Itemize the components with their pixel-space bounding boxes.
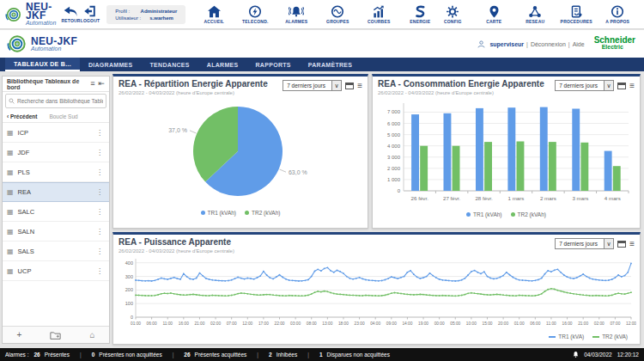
nav-courbes-button[interactable]: COURBES bbox=[362, 5, 395, 24]
spiral-logo-icon bbox=[5, 3, 22, 26]
nav-energie-button[interactable]: ENERGIE bbox=[404, 5, 436, 24]
map-pin-icon bbox=[489, 5, 500, 18]
sidebar-item-pls[interactable]: ▦ PLS ⋮ bbox=[3, 162, 109, 182]
panel-menu-icon[interactable]: ≡ bbox=[629, 82, 635, 90]
home-icon bbox=[207, 5, 222, 18]
sidebar-item-saln[interactable]: ▦ SALN ⋮ bbox=[3, 222, 109, 242]
period-select[interactable]: 7 derniers jours ∨ bbox=[555, 80, 614, 91]
kebab-menu-icon[interactable]: ⋮ bbox=[94, 228, 105, 236]
dashboard-grid-icon: ▦ bbox=[7, 129, 14, 137]
config-button[interactable]: CONFIG bbox=[436, 5, 469, 24]
back-button[interactable]: RETOUR bbox=[61, 6, 80, 23]
maximize-icon[interactable] bbox=[345, 83, 354, 89]
workspace: Bibliothèque Tableaux de bord ≡ ⇤ ‹ Préc… bbox=[0, 71, 644, 347]
svg-text:0: 0 bbox=[398, 188, 401, 193]
tab-rapports[interactable]: RAPPORTS bbox=[247, 58, 300, 71]
previous-link[interactable]: ‹ Précédent bbox=[7, 113, 37, 119]
kebab-menu-icon[interactable]: ⋮ bbox=[94, 149, 105, 156]
sidebar-search[interactable] bbox=[5, 94, 106, 108]
svg-text:05:00: 05:00 bbox=[450, 321, 460, 326]
nav-accueil-button[interactable]: ACCUEIL bbox=[197, 5, 230, 24]
svg-text:06:00: 06:00 bbox=[530, 321, 540, 326]
tab-tableaux-de-bord[interactable]: TABLEAUX DE B... bbox=[5, 58, 80, 71]
kebab-menu-icon[interactable]: ⋮ bbox=[94, 188, 105, 196]
sidebar-item-salc[interactable]: ▦ SALC ⋮ bbox=[3, 202, 109, 222]
svg-text:02:00: 02:00 bbox=[594, 321, 605, 326]
spiral-logo-icon bbox=[7, 34, 27, 54]
sidebar-menu-icon[interactable]: ≡ bbox=[90, 80, 94, 88]
panel-menu-icon[interactable]: ≡ bbox=[357, 82, 362, 90]
nav-alarmes-button[interactable]: ALARMES bbox=[280, 5, 313, 24]
line-legend: TR1 (kVA)TR2 (kVA) bbox=[113, 333, 640, 340]
maximize-icon[interactable] bbox=[617, 83, 626, 89]
system-icons: CONFIG CARTE RESEAU bbox=[436, 5, 644, 24]
svg-text:16:00: 16:00 bbox=[562, 321, 573, 326]
svg-text:12:00: 12:00 bbox=[626, 321, 636, 326]
svg-text:0: 0 bbox=[131, 315, 133, 320]
neu-jkf-logo-small: NEU-JKF Automation bbox=[7, 34, 101, 54]
svg-text:01:00: 01:00 bbox=[514, 321, 525, 326]
kebab-menu-icon[interactable]: ⋮ bbox=[94, 168, 105, 176]
aide-link[interactable]: Aide bbox=[573, 41, 585, 47]
sidebar-item-rea[interactable]: ▦ REA ⋮ bbox=[3, 182, 109, 202]
tab-alarmes[interactable]: ALARMES bbox=[198, 58, 247, 71]
bar-legend: TR1 (kVAh)TR2 (kVAh) bbox=[373, 211, 640, 217]
alarms-label: Alarmes : bbox=[5, 352, 28, 358]
carte-button[interactable]: CARTE bbox=[477, 5, 510, 24]
maximize-icon[interactable] bbox=[617, 241, 626, 248]
panel-subtitle: 26/02/2022 - 04/03/2022 (heure d'Europe … bbox=[378, 89, 555, 96]
new-folder-button[interactable] bbox=[50, 331, 61, 340]
svg-text:400: 400 bbox=[125, 260, 133, 266]
kebab-menu-icon[interactable]: ⋮ bbox=[94, 208, 105, 216]
search-input[interactable] bbox=[17, 98, 103, 104]
deconnexion-link[interactable]: Déconnexion bbox=[531, 41, 566, 47]
tab-parametres[interactable]: PARAMÈTRES bbox=[300, 58, 361, 71]
svg-text:16:00: 16:00 bbox=[179, 321, 189, 326]
svg-text:21:00: 21:00 bbox=[578, 321, 588, 326]
svg-text:13:00: 13:00 bbox=[322, 321, 332, 326]
sidebar-item-sals[interactable]: ▦ SALS ⋮ bbox=[3, 242, 109, 261]
dashboard-grid-icon: ▦ bbox=[7, 208, 14, 216]
kebab-menu-icon[interactable]: ⋮ bbox=[94, 248, 105, 255]
energy-pipe-icon bbox=[414, 5, 427, 18]
apropos-button[interactable]: A PROPOS bbox=[601, 5, 634, 24]
tab-diagrammes[interactable]: DIAGRAMMES bbox=[80, 58, 142, 71]
pie-chart-panel: REA - Répartition Energie Apparente 26/0… bbox=[112, 74, 368, 229]
svg-text:08:00: 08:00 bbox=[307, 321, 317, 326]
brand-tagline: Automation bbox=[26, 20, 61, 26]
svg-text:04:00: 04:00 bbox=[370, 321, 380, 326]
panel-subtitle: 26/02/2022 - 04/03/2022 (heure d'Europe … bbox=[118, 89, 283, 96]
logout-button[interactable]: LOGOUT bbox=[81, 5, 100, 23]
kebab-menu-icon[interactable]: ⋮ bbox=[94, 267, 105, 275]
folder-plus-icon bbox=[50, 331, 61, 340]
period-select[interactable]: 7 derniers jours ∨ bbox=[555, 238, 614, 249]
sidebar-item-jdf[interactable]: ▦ JDF ⋮ bbox=[3, 143, 109, 162]
period-select[interactable]: 7 derniers jours ∨ bbox=[283, 80, 342, 91]
kebab-menu-icon[interactable]: ⋮ bbox=[94, 129, 105, 137]
svg-text:03:00: 03:00 bbox=[290, 321, 301, 326]
logged-user: superviseur bbox=[489, 41, 524, 47]
bell-icon bbox=[573, 351, 579, 358]
svg-text:14:00: 14:00 bbox=[402, 321, 412, 326]
panel-menu-icon[interactable]: ≡ bbox=[629, 240, 635, 248]
bar-chart-trend-icon bbox=[372, 5, 386, 18]
tab-tendances[interactable]: TENDANCES bbox=[142, 58, 198, 71]
sidebar-item-ucp[interactable]: ▦ UCP ⋮ bbox=[3, 261, 109, 281]
reseau-button[interactable]: RESEAU bbox=[519, 5, 551, 24]
procedures-button[interactable]: PROCEDURES bbox=[560, 5, 592, 24]
svg-text:02:00: 02:00 bbox=[210, 321, 221, 326]
sidebar-item-icp[interactable]: ▦ ICP ⋮ bbox=[3, 123, 109, 143]
back-arrow-icon bbox=[64, 6, 78, 17]
svg-text:26 févr.: 26 févr. bbox=[411, 195, 429, 201]
schneider-electric-logo: Schneider Electric bbox=[594, 37, 635, 51]
home-button[interactable]: ⌂ bbox=[89, 331, 94, 340]
status-time: 12:20:12 bbox=[617, 352, 639, 358]
nav-telecond-button[interactable]: TELECOND. bbox=[239, 5, 271, 24]
nav-groupes-button[interactable]: GROUPES bbox=[321, 5, 354, 24]
svg-text:07:00: 07:00 bbox=[610, 321, 620, 326]
svg-text:100: 100 bbox=[125, 301, 133, 306]
wave-circle-icon bbox=[331, 5, 344, 18]
profil-label: Profil : bbox=[115, 8, 137, 15]
add-dashboard-button[interactable]: + bbox=[17, 331, 22, 340]
sidebar-collapse-icon[interactable]: ⇤ bbox=[98, 80, 105, 88]
